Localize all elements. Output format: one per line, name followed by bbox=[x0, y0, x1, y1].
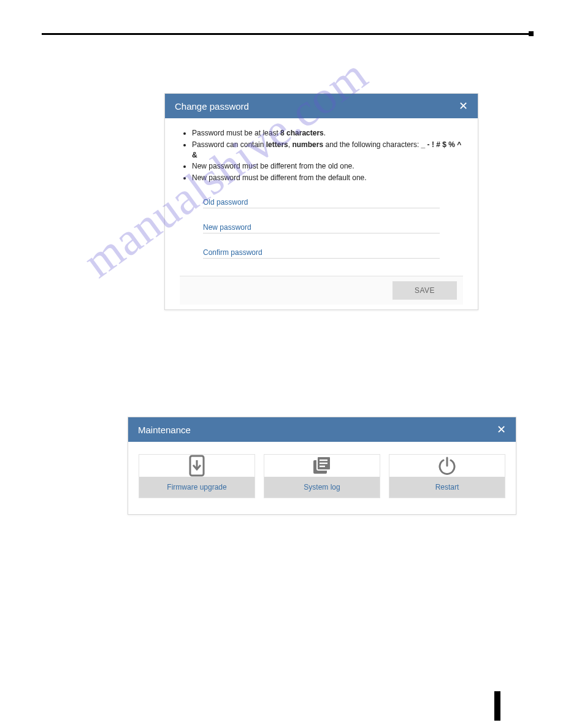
new-password-field[interactable]: New password bbox=[203, 223, 440, 233]
card-label: System log bbox=[264, 477, 380, 498]
password-rule: New password must be different from the … bbox=[192, 173, 463, 183]
close-icon[interactable]: ✕ bbox=[497, 424, 506, 435]
page-marker bbox=[494, 691, 500, 721]
confirm-password-field[interactable]: Confirm password bbox=[203, 248, 440, 259]
page-top-rule-end bbox=[529, 31, 534, 36]
field-label: Old password bbox=[203, 198, 440, 207]
password-rule: Password must be at least 8 characters. bbox=[192, 128, 463, 138]
download-device-icon bbox=[139, 455, 255, 477]
card-label: Firmware upgrade bbox=[139, 477, 255, 498]
card-label: Restart bbox=[389, 477, 505, 498]
dialog-header: Change password ✕ bbox=[165, 94, 478, 118]
password-rule: New password must be different from the … bbox=[192, 161, 463, 172]
dialog-body: Firmware upgrade System log bbox=[128, 442, 516, 514]
password-rule: Password can contain letters, numbers an… bbox=[192, 140, 463, 161]
dialog-body: Password must be at least 8 characters. … bbox=[165, 118, 478, 309]
card-firmware-upgrade[interactable]: Firmware upgrade bbox=[139, 454, 255, 498]
save-button[interactable]: SAVE bbox=[393, 281, 457, 300]
dialog-title: Change password bbox=[175, 101, 249, 112]
page-top-rule bbox=[42, 33, 532, 35]
log-icon bbox=[264, 455, 380, 477]
dialog-header: Maintenance ✕ bbox=[128, 417, 516, 442]
field-label: Confirm password bbox=[203, 248, 440, 257]
power-icon bbox=[389, 455, 505, 477]
password-rules-list: Password must be at least 8 characters. … bbox=[183, 128, 463, 183]
dialog-title: Maintenance bbox=[138, 425, 191, 435]
old-password-field[interactable]: Old password bbox=[203, 198, 440, 208]
maintenance-dialog: Maintenance ✕ Firmware upgrade bbox=[128, 417, 516, 515]
dialog-footer: SAVE bbox=[180, 276, 463, 305]
card-system-log[interactable]: System log bbox=[264, 454, 380, 498]
field-label: New password bbox=[203, 223, 440, 232]
change-password-dialog: Change password ✕ Password must be at le… bbox=[164, 93, 478, 310]
card-restart[interactable]: Restart bbox=[389, 454, 505, 498]
close-icon[interactable]: ✕ bbox=[459, 100, 468, 112]
